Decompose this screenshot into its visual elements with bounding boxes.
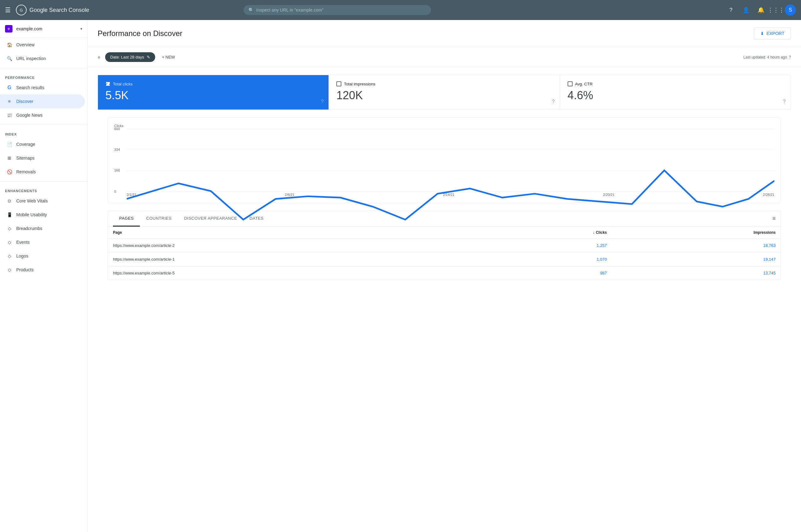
app-title: Google Search Console (30, 7, 89, 14)
sidebar-label-overview: Overview (16, 42, 34, 47)
export-label: EXPORT (767, 31, 784, 36)
avatar[interactable]: S (785, 4, 796, 16)
home-icon: 🏠 (6, 42, 13, 48)
google-news-icon: 📰 (6, 112, 13, 118)
sidebar-item-sitemaps[interactable]: ⊞ Sitemaps (0, 151, 85, 165)
metric-checkbox-impressions[interactable] (336, 81, 341, 87)
sidebar-label-sitemaps: Sitemaps (16, 155, 34, 160)
sidebar-item-url-inspection[interactable]: 🔍 URL inspection (0, 52, 85, 65)
edit-icon: ✎ (147, 55, 150, 59)
sidebar-label-core-web-vitals: Core Web Vitals (16, 198, 48, 204)
date-filter-button[interactable]: Date: Last 28 days ✎ (105, 52, 155, 62)
sidebar-item-mobile-usability[interactable]: 📱 Mobile Usability (0, 208, 85, 222)
sidebar-item-breadcrumbs[interactable]: ◇ Breadcrumbs (0, 222, 85, 235)
sidebar-item-events[interactable]: ◇ Events (0, 235, 85, 249)
sidebar-label-products: Products (16, 267, 34, 272)
events-icon: ◇ (6, 239, 13, 245)
logos-icon: ◇ (6, 253, 13, 259)
help-button[interactable]: ? (725, 4, 737, 16)
metric-label-clicks: Total clicks (113, 82, 133, 87)
property-chevron-icon: ▾ (80, 26, 82, 31)
header-actions: ? 👤 🔔 ⋮⋮⋮ S (725, 4, 796, 16)
chart-y-tick-0: 0 (114, 190, 116, 193)
filter-icon: ≡ (98, 55, 100, 60)
sidebar-label-events: Events (16, 240, 30, 245)
metric-value-ctr: 4.6% (568, 89, 783, 102)
cell-page-3[interactable]: https://www.example.com/article-5 (108, 266, 485, 280)
sidebar-label-search-results: Search results (16, 85, 44, 90)
mobile-usability-icon: 📱 (6, 212, 13, 218)
main-content: Performance on Discover ⬇ EXPORT ≡ Date:… (88, 20, 801, 532)
sidebar-label-logos: Logos (16, 253, 28, 259)
chart-y-tick-500: 500 (114, 127, 120, 131)
coverage-icon: 📄 (6, 141, 13, 147)
chart-svg (127, 129, 775, 259)
sidebar-label-discover: Discover (16, 99, 33, 104)
cell-clicks-3[interactable]: 987 (485, 266, 612, 280)
breadcrumbs-icon: ◇ (6, 225, 13, 232)
metric-help-clicks[interactable]: ? (321, 99, 324, 104)
sidebar-divider-3 (0, 181, 87, 182)
search-bar[interactable]: 🔍 (244, 5, 431, 15)
section-label-performance: Performance (0, 71, 87, 81)
last-updated-help-icon: ? (789, 55, 791, 59)
search-input[interactable] (256, 7, 426, 13)
sidebar-item-logos[interactable]: ◇ Logos (0, 249, 85, 263)
search-results-icon: G (6, 84, 13, 91)
sidebar-label-removals: Removals (16, 169, 36, 174)
notifications-icon[interactable]: 🔔 (755, 4, 767, 16)
export-button[interactable]: ⬇ EXPORT (754, 27, 791, 39)
date-filter-label: Date: Last 28 days (110, 55, 144, 59)
table-row: https://www.example.com/article-5 987 13… (108, 266, 781, 280)
sidebar-label-coverage: Coverage (16, 142, 35, 147)
metric-value-impressions: 120K (336, 89, 552, 102)
menu-icon[interactable]: ☰ (5, 6, 11, 14)
filter-bar: ≡ Date: Last 28 days ✎ + NEW Last update… (88, 47, 801, 67)
section-label-enhancements: Enhancements (0, 184, 87, 194)
sidebar-label-breadcrumbs: Breadcrumbs (16, 226, 42, 231)
core-web-vitals-icon: ⊙ (6, 198, 13, 204)
metric-help-ctr[interactable]: ? (783, 99, 786, 104)
cell-impressions-3[interactable]: 13,745 (612, 266, 781, 280)
export-icon: ⬇ (760, 31, 764, 36)
removals-icon: 🚫 (6, 169, 13, 175)
sidebar-label-url-inspection: URL inspection (16, 56, 46, 61)
apps-icon[interactable]: ⋮⋮⋮ (770, 4, 782, 16)
page-header: Performance on Discover ⬇ EXPORT (88, 20, 801, 47)
sidebar-item-removals[interactable]: 🚫 Removals (0, 165, 85, 179)
sidebar: e example.com ▾ 🏠 Overview 🔍 URL inspect… (0, 20, 88, 532)
sidebar-label-google-news: Google News (16, 113, 42, 118)
sidebar-item-overview[interactable]: 🏠 Overview (0, 38, 85, 52)
sitemaps-icon: ⊞ (6, 155, 13, 161)
last-updated-text: Last updated: 4 hours ago (743, 55, 787, 59)
sidebar-item-discover[interactable]: ✳ Discover (0, 95, 85, 108)
app-logo: G Google Search Console (16, 4, 89, 16)
app-header: ☰ G Google Search Console 🔍 ? 👤 🔔 ⋮⋮⋮ S (0, 0, 801, 20)
metric-help-impressions[interactable]: ? (552, 99, 555, 104)
metric-card-total-impressions[interactable]: Total impressions 120K ? (329, 75, 560, 110)
page-title: Performance on Discover (98, 29, 183, 38)
property-selector[interactable]: e example.com ▾ (0, 20, 87, 38)
discover-icon: ✳ (6, 98, 13, 104)
sidebar-item-products[interactable]: ◇ Products (0, 263, 85, 277)
metric-checkbox-clicks[interactable]: ✓ (106, 81, 111, 87)
sidebar-item-google-news[interactable]: 📰 Google News (0, 108, 85, 122)
chart-y-tick-334: 334 (114, 148, 120, 151)
google-logo-icon: G (16, 4, 27, 16)
metric-header-impressions: Total impressions (336, 81, 552, 87)
search-icon: 🔍 (248, 7, 254, 13)
filter-actions: ≡ Date: Last 28 days ✎ + NEW (98, 52, 179, 62)
sidebar-item-core-web-vitals[interactable]: ⊙ Core Web Vitals (0, 194, 85, 208)
new-filter-button[interactable]: + NEW (158, 52, 179, 62)
metric-checkbox-ctr[interactable] (568, 81, 573, 87)
sidebar-item-coverage[interactable]: 📄 Coverage (0, 137, 85, 151)
sidebar-item-search-results[interactable]: G Search results (0, 81, 85, 95)
user-settings-icon[interactable]: 👤 (740, 4, 752, 16)
chart-line (127, 170, 775, 220)
products-icon: ◇ (6, 267, 13, 273)
metric-card-avg-ctr[interactable]: Avg. CTR 4.6% ? (560, 75, 791, 110)
chart-area: 500 334 166 0 (114, 129, 775, 191)
last-updated: Last updated: 4 hours ago ? (743, 55, 791, 59)
metric-card-total-clicks[interactable]: ✓ Total clicks 5.5K ? (98, 75, 329, 110)
sidebar-divider-2 (0, 125, 87, 125)
